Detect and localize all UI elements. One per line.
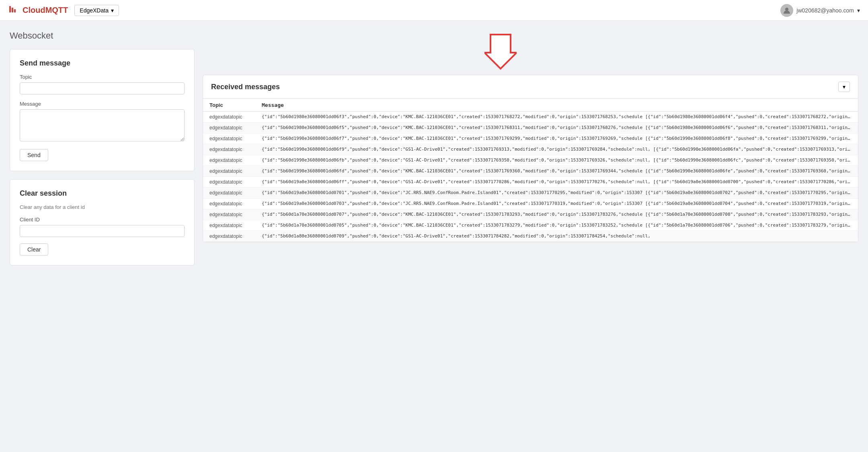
instance-label: EdgeXData [80, 7, 109, 14]
topic-label: Topic [20, 74, 185, 80]
logo: CloudMQTT [8, 4, 68, 17]
message-cell: {"id":"5b60d1a80e36080001dd0709","pushed… [255, 231, 858, 242]
chevron-down-icon: ▾ [111, 7, 114, 14]
message-cell: {"id":"5b60d19a0e36080001dd0703","pushed… [255, 198, 858, 209]
user-chevron-icon: ▾ [857, 7, 860, 14]
header-left: CloudMQTT EdgeXData ▾ [8, 4, 119, 17]
message-column-header: Message [255, 99, 858, 112]
message-field-group: Message [20, 101, 185, 143]
message-input[interactable] [20, 109, 185, 141]
topic-cell: edgexdatatopic [203, 231, 255, 242]
message-cell: {"id":"5b60d1980e36080001dd06f5","pushed… [255, 123, 858, 133]
table-row: edgexdatatopic{"id":"5b60d1980e36080001d… [203, 112, 858, 123]
clear-session-card: Clear session Clear any data for a clien… [10, 179, 195, 266]
topic-input[interactable] [20, 82, 185, 94]
message-cell: {"id":"5b60d1990e36080001dd06fd","pushed… [255, 166, 858, 177]
message-label: Message [20, 101, 185, 107]
user-menu[interactable]: jw020682@yahoo.com ▾ [780, 4, 860, 17]
client-id-field-group: Client ID [20, 217, 185, 237]
table-row: edgexdatatopic{"id":"5b60d1990e36080001d… [203, 144, 858, 155]
client-id-input[interactable] [20, 225, 185, 237]
table-row: edgexdatatopic{"id":"5b60d1a70e36080001d… [203, 220, 858, 231]
table-row: edgexdatatopic{"id":"5b60d19a0e36080001d… [203, 188, 858, 198]
header: CloudMQTT EdgeXData ▾ jw020682@yahoo.com… [0, 0, 868, 21]
client-id-label: Client ID [20, 217, 185, 223]
message-cell: {"id":"5b60d1990e36080001dd06fb","pushed… [255, 155, 858, 166]
topic-cell: edgexdatatopic [203, 198, 255, 209]
table-row: edgexdatatopic{"id":"5b60d1990e36080001d… [203, 133, 858, 144]
messages-table: Topic Message edgexdatatopic{"id":"5b60d… [203, 99, 858, 242]
topic-cell: edgexdatatopic [203, 177, 255, 188]
svg-rect-0 [9, 6, 11, 12]
messages-header: Received messages ▾ [203, 75, 858, 99]
send-message-card: Send message Topic Message Send [10, 49, 195, 171]
received-messages-panel: Received messages ▾ Topic Message edgexd… [203, 75, 858, 242]
user-email: jw020682@yahoo.com [796, 7, 854, 14]
send-message-title: Send message [20, 59, 185, 67]
collapse-button[interactable]: ▾ [838, 82, 850, 92]
message-cell: {"id":"5b60d1a70e36080001dd0707","pushed… [255, 209, 858, 220]
topic-cell: edgexdatatopic [203, 209, 255, 220]
topic-field-group: Topic [20, 74, 185, 94]
table-row: edgexdatatopic{"id":"5b60d1a70e36080001d… [203, 209, 858, 220]
topic-cell: edgexdatatopic [203, 133, 255, 144]
clear-button[interactable]: Clear [20, 243, 48, 256]
logo-text: CloudMQTT [23, 6, 68, 15]
topic-cell: edgexdatatopic [203, 112, 255, 123]
topic-cell: edgexdatatopic [203, 166, 255, 177]
table-row: edgexdatatopic{"id":"5b60d1990e36080001d… [203, 166, 858, 177]
table-row: edgexdatatopic{"id":"5b60d19a0e36080001d… [203, 198, 858, 209]
message-cell: {"id":"5b60d1a70e36080001dd0705","pushed… [255, 220, 858, 231]
topic-cell: edgexdatatopic [203, 188, 255, 198]
table-row: edgexdatatopic{"id":"5b60d1990e36080001d… [203, 155, 858, 166]
instance-dropdown[interactable]: EdgeXData ▾ [74, 5, 119, 16]
right-panel: Received messages ▾ Topic Message edgexd… [203, 31, 858, 442]
svg-point-3 [785, 8, 788, 11]
main-container: Websocket Send message Topic Message Sen… [0, 21, 868, 452]
left-panel: Websocket Send message Topic Message Sen… [10, 31, 195, 442]
message-cell: {"id":"5b60d19a0e36080001dd0701","pushed… [255, 188, 858, 198]
table-row: edgexdatatopic{"id":"5b60d19a0e36080001d… [203, 177, 858, 188]
avatar [780, 4, 793, 17]
topic-cell: edgexdatatopic [203, 220, 255, 231]
svg-rect-1 [12, 8, 13, 12]
message-cell: {"id":"5b60d1990e36080001dd06f7","pushed… [255, 133, 858, 144]
svg-rect-2 [14, 9, 16, 12]
send-button[interactable]: Send [20, 149, 48, 161]
message-cell: {"id":"5b60d19a0e36080001dd06ff","pushed… [255, 177, 858, 188]
svg-marker-4 [484, 35, 517, 69]
table-row: edgexdatatopic{"id":"5b60d1980e36080001d… [203, 123, 858, 133]
topic-cell: edgexdatatopic [203, 155, 255, 166]
message-cell: {"id":"5b60d1990e36080001dd06f9","pushed… [255, 144, 858, 155]
topic-cell: edgexdatatopic [203, 144, 255, 155]
message-cell: {"id":"5b60d1980e36080001dd06f3","pushed… [255, 112, 858, 123]
messages-table-wrapper[interactable]: Topic Message edgexdatatopic{"id":"5b60d… [203, 99, 858, 242]
clear-session-description: Clear any data for a client id [20, 204, 185, 210]
page-title: Websocket [10, 31, 195, 41]
messages-title: Received messages [211, 83, 280, 91]
table-row: edgexdatatopic{"id":"5b60d1a80e36080001d… [203, 231, 858, 242]
topic-column-header: Topic [203, 99, 255, 112]
logo-icon [8, 4, 19, 17]
clear-session-title: Clear session [20, 189, 185, 198]
topic-cell: edgexdatatopic [203, 123, 255, 133]
